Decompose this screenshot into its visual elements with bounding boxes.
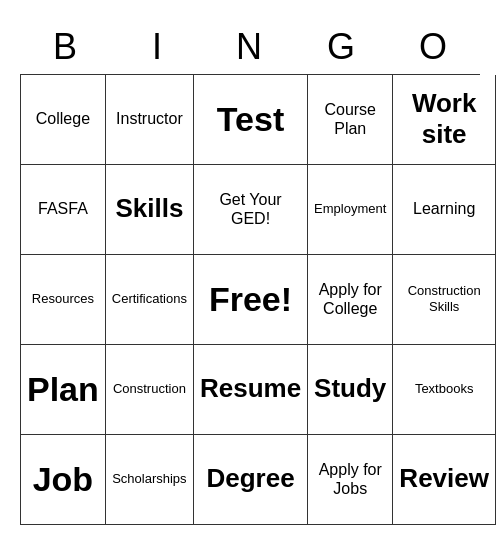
bingo-cell: Study <box>308 345 393 435</box>
bingo-cell: Certifications <box>106 255 194 345</box>
bingo-cell: Plan <box>21 345 106 435</box>
header-letter: O <box>388 20 480 74</box>
cell-text: Skills <box>115 193 183 224</box>
bingo-cell: Free! <box>194 255 308 345</box>
cell-text: Construction <box>113 381 186 397</box>
cell-text: Apply for College <box>314 280 386 318</box>
cell-text: Scholarships <box>112 471 186 487</box>
cell-text: Construction Skills <box>399 283 489 314</box>
cell-text: Apply for Jobs <box>314 460 386 498</box>
cell-text: Textbooks <box>415 381 474 397</box>
bingo-cell: Construction Skills <box>393 255 496 345</box>
bingo-cell: Work site <box>393 75 496 165</box>
cell-text: FASFA <box>38 199 88 218</box>
bingo-cell: Test <box>194 75 308 165</box>
bingo-cell: Resume <box>194 345 308 435</box>
bingo-cell: Get Your GED! <box>194 165 308 255</box>
bingo-card: BINGO CollegeInstructorTestCourse PlanWo… <box>10 10 490 535</box>
header-letter: G <box>296 20 388 74</box>
header-letter: N <box>204 20 296 74</box>
cell-text: Study <box>314 373 386 404</box>
bingo-cell: Review <box>393 435 496 525</box>
cell-text: Certifications <box>112 291 187 307</box>
cell-text: Employment <box>314 201 386 217</box>
bingo-cell: Scholarships <box>106 435 194 525</box>
bingo-cell: Learning <box>393 165 496 255</box>
bingo-cell: Resources <box>21 255 106 345</box>
cell-text: Job <box>33 459 93 500</box>
bingo-cell: Apply for Jobs <box>308 435 393 525</box>
cell-text: Free! <box>209 279 292 320</box>
cell-text: Work site <box>399 88 489 150</box>
bingo-cell: Job <box>21 435 106 525</box>
cell-text: Review <box>399 463 489 494</box>
bingo-cell: Skills <box>106 165 194 255</box>
cell-text: Learning <box>413 199 475 218</box>
cell-text: Resources <box>32 291 94 307</box>
cell-text: Course Plan <box>314 100 386 138</box>
bingo-cell: Course Plan <box>308 75 393 165</box>
bingo-cell: Apply for College <box>308 255 393 345</box>
cell-text: Instructor <box>116 109 183 128</box>
bingo-header: BINGO <box>20 20 480 74</box>
bingo-cell: Instructor <box>106 75 194 165</box>
header-letter: B <box>20 20 112 74</box>
bingo-cell: Textbooks <box>393 345 496 435</box>
bingo-cell: College <box>21 75 106 165</box>
bingo-cell: FASFA <box>21 165 106 255</box>
cell-text: Plan <box>27 369 99 410</box>
cell-text: College <box>36 109 90 128</box>
bingo-grid: CollegeInstructorTestCourse PlanWork sit… <box>20 74 480 525</box>
cell-text: Get Your GED! <box>200 190 301 228</box>
bingo-cell: Construction <box>106 345 194 435</box>
cell-text: Resume <box>200 373 301 404</box>
bingo-cell: Degree <box>194 435 308 525</box>
header-letter: I <box>112 20 204 74</box>
cell-text: Test <box>217 99 284 140</box>
bingo-cell: Employment <box>308 165 393 255</box>
cell-text: Degree <box>206 463 294 494</box>
